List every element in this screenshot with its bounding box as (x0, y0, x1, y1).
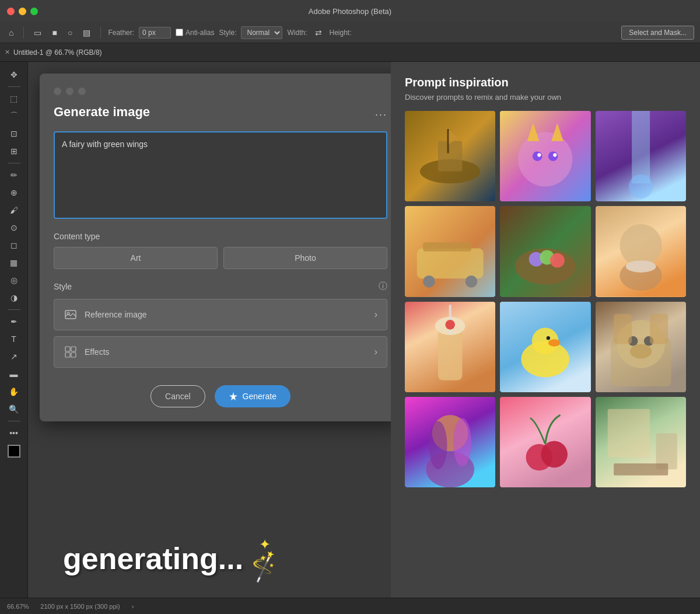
clone-tool[interactable]: ⊙ (5, 219, 23, 236)
generate-icon (229, 392, 238, 401)
generating-overlay: generating... ✦ 🪄 (63, 536, 279, 580)
inspiration-image-duck[interactable] (500, 302, 590, 392)
svg-point-61 (541, 441, 568, 468)
traffic-lights (7, 8, 38, 15)
inspiration-image-woman[interactable] (405, 397, 495, 487)
anti-alias-checkbox[interactable] (176, 29, 183, 36)
inspiration-image-elder[interactable] (596, 206, 686, 296)
dialog-close-btn[interactable] (54, 88, 61, 95)
svg-point-58 (453, 418, 471, 466)
svg-rect-65 (614, 463, 668, 476)
marquee-square-icon[interactable]: ■ (49, 26, 60, 39)
dialog-max-btn[interactable] (78, 88, 86, 95)
hand-tool[interactable]: ✋ (5, 383, 23, 400)
status-bar: 66.67% 2100 px x 1500 px (300 ppi) › (0, 598, 700, 614)
crop-tool[interactable]: ⊞ (5, 143, 23, 159)
inspiration-image-nest[interactable] (500, 206, 590, 296)
inspiration-image-room[interactable] (596, 397, 686, 487)
inspiration-image-bulldog[interactable] (596, 302, 686, 392)
inspiration-image-milkshake[interactable] (405, 302, 495, 392)
effects-icon (64, 345, 78, 359)
svg-point-12 (518, 132, 572, 186)
svg-point-25 (423, 275, 435, 288)
wand-sparkle-group: ✦ 🪄 (250, 536, 279, 580)
svg-rect-2 (65, 347, 70, 351)
tool-sep-3 (8, 309, 20, 310)
pen-tool[interactable]: ✒ (5, 313, 23, 330)
style-label: Style: (219, 29, 236, 37)
zoom-level: 66.67% (7, 603, 29, 610)
svg-rect-5 (71, 353, 76, 357)
generating-text: generating... (63, 541, 243, 576)
marquee-circle-icon[interactable]: ○ (65, 26, 75, 39)
lasso-tool[interactable]: ⌒ (5, 108, 23, 124)
home-icon[interactable]: ⌂ (6, 26, 16, 39)
svg-point-51 (630, 344, 652, 358)
svg-point-57 (429, 421, 447, 469)
marquee-single-icon[interactable]: ▤ (80, 26, 93, 39)
toolbar-separator-2 (100, 27, 101, 39)
style-select[interactable]: Normal (241, 26, 282, 39)
dialog-more-button[interactable]: ... (375, 106, 387, 118)
close-button[interactable] (7, 8, 15, 15)
dialog-chrome (54, 88, 387, 95)
inspiration-title: Prompt inspiration (405, 76, 686, 89)
anti-alias-label: Anti-alias (186, 29, 214, 37)
type-tool[interactable]: T (5, 331, 23, 347)
effects-button[interactable]: Effects › (54, 336, 387, 368)
svg-point-31 (550, 253, 565, 268)
tool-sep-1 (8, 86, 20, 87)
cancel-button[interactable]: Cancel (150, 385, 205, 407)
fullscreen-button[interactable] (30, 8, 38, 15)
gradient-tool[interactable]: ▦ (5, 254, 23, 271)
shape-tool[interactable]: ▬ (5, 366, 23, 382)
style-label: Style (54, 282, 72, 291)
eraser-tool[interactable]: ◻ (5, 237, 23, 253)
swap-icon[interactable]: ⇄ (312, 26, 325, 39)
move-tool[interactable]: ✥ (5, 67, 23, 83)
reference-image-left: Reference image (64, 308, 147, 322)
svg-point-40 (445, 320, 455, 330)
svg-rect-63 (607, 409, 649, 458)
tab-bar: ✕ Untitled-1 @ 66.7% (RGB/8) (0, 43, 700, 62)
dialog-title: Generate image (54, 104, 150, 120)
select-mask-button[interactable]: Select and Mask... (621, 26, 694, 40)
inspiration-image-trailer[interactable] (405, 206, 495, 296)
zoom-tool[interactable]: 🔍 (5, 401, 23, 417)
feather-label: Feather: (108, 29, 134, 37)
inspiration-image-ship[interactable] (405, 111, 495, 201)
more-tools[interactable]: ••• (5, 425, 23, 441)
main-area: ✥ ⬚ ⌒ ⊡ ⊞ ✏ ⊕ 🖌 ⊙ ◻ ▦ ◎ ◑ ✒ T ↗ ▬ ✋ 🔍 ••… (0, 62, 700, 598)
feather-input[interactable] (139, 27, 171, 39)
svg-rect-3 (71, 347, 76, 351)
svg-point-21 (629, 175, 653, 198)
marquee-rect-icon[interactable]: ▭ (31, 26, 44, 39)
dodge-tool[interactable]: ◑ (5, 289, 23, 306)
reference-image-button[interactable]: Reference image › (54, 299, 387, 330)
generate-button[interactable]: Generate (215, 385, 290, 407)
color-swatch[interactable] (8, 445, 20, 458)
heal-tool[interactable]: ⊕ (5, 184, 23, 201)
path-select-tool[interactable]: ↗ (5, 348, 23, 365)
dialog-min-btn[interactable] (66, 88, 74, 95)
eyedropper-tool[interactable]: ✏ (5, 167, 23, 183)
inspiration-image-waterfall[interactable] (596, 111, 686, 201)
photo-button[interactable]: Photo (223, 247, 387, 269)
canvas-area: Generate image ... A fairy with green wi… (28, 62, 700, 598)
inspiration-image-cat[interactable] (500, 111, 590, 201)
object-select-tool[interactable]: ⊡ (5, 125, 23, 142)
tab-close-button[interactable]: ✕ (5, 48, 10, 56)
nav-arrow[interactable]: › (132, 603, 134, 610)
svg-rect-23 (417, 249, 484, 279)
brush-tool[interactable]: 🖌 (5, 202, 23, 218)
inspiration-subtitle: Discover prompts to remix and make your … (405, 93, 686, 102)
marquee-tool[interactable]: ⬚ (5, 90, 23, 107)
blur-tool[interactable]: ◎ (5, 272, 23, 288)
svg-rect-20 (632, 111, 650, 183)
info-icon[interactable]: ⓘ (379, 281, 387, 292)
prompt-textarea[interactable]: A fairy with green wings (54, 131, 387, 219)
inspiration-image-grid (405, 111, 686, 487)
minimize-button[interactable] (19, 8, 26, 15)
art-button[interactable]: Art (54, 247, 218, 269)
inspiration-image-cherry[interactable] (500, 397, 590, 487)
